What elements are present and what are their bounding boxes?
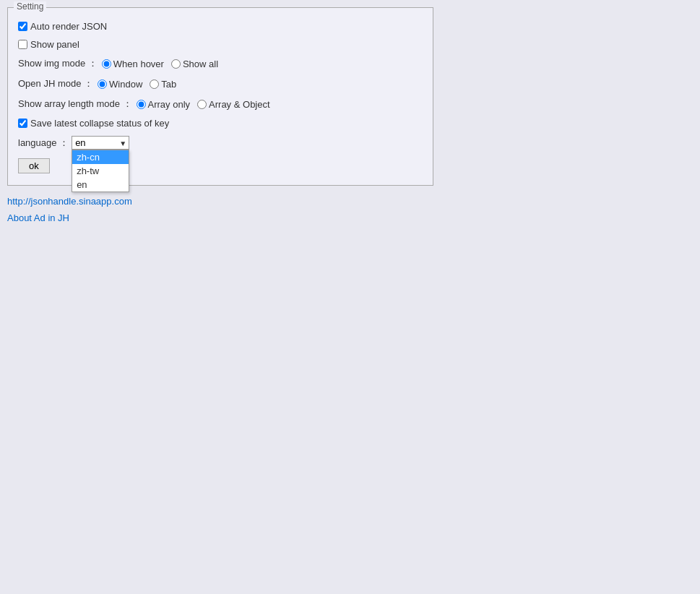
show-panel-label[interactable]: Show panel (18, 39, 79, 50)
save-collapse-row: Save latest collapse status of key (18, 118, 423, 129)
language-option-zh-tw[interactable]: zh-tw (72, 164, 129, 178)
show-all-radio[interactable] (171, 59, 181, 69)
setting-panel: Setting Auto render JSON Show panel Show… (7, 7, 433, 186)
auto-render-row: Auto render JSON (18, 21, 423, 32)
language-select-wrapper[interactable]: en ▼ zh-cn zh-tw en (72, 136, 129, 150)
site-link[interactable]: http://jsonhandle.sinaapp.com (7, 196, 132, 207)
show-panel-text: Show panel (30, 39, 79, 50)
show-all-label[interactable]: Show all (171, 59, 218, 69)
about-row: About Ad in JH (7, 212, 693, 223)
open-jh-mode-label: Open JH mode ： (18, 77, 93, 90)
language-select[interactable]: en (72, 136, 129, 150)
show-img-mode-row: Show img mode ： When hover Show all (18, 57, 423, 70)
language-row: language ： en ▼ zh-cn zh-tw en (18, 136, 423, 150)
site-link-row: http://jsonhandle.sinaapp.com (7, 196, 693, 207)
auto-render-text: Auto render JSON (30, 21, 107, 32)
array-only-radio[interactable] (137, 100, 146, 109)
ok-button[interactable]: ok (18, 158, 50, 173)
array-only-label[interactable]: Array only (137, 99, 191, 110)
when-hover-radio[interactable] (102, 59, 111, 69)
array-only-text: Array only (148, 99, 191, 110)
save-collapse-text: Save latest collapse status of key (30, 118, 169, 129)
tab-radio[interactable] (150, 79, 159, 89)
window-text: Window (109, 79, 142, 90)
save-collapse-label[interactable]: Save latest collapse status of key (18, 118, 169, 129)
language-label: language ： (18, 137, 69, 150)
window-radio[interactable] (98, 79, 107, 89)
array-object-radio[interactable] (197, 100, 207, 109)
about-link[interactable]: About Ad in JH (7, 212, 69, 223)
window-label[interactable]: Window (98, 79, 142, 90)
setting-legend: Setting (14, 1, 46, 12)
when-hover-label[interactable]: When hover (102, 59, 164, 69)
language-dropdown[interactable]: zh-cn zh-tw en (72, 150, 129, 192)
array-length-mode-row: Show array length mode ： Array only Arra… (18, 98, 423, 111)
array-object-label[interactable]: Array & Object (197, 99, 270, 110)
show-all-text: Show all (183, 59, 218, 69)
array-length-mode-label: Show array length mode ： (18, 98, 132, 111)
auto-render-label[interactable]: Auto render JSON (18, 21, 107, 32)
language-option-zh-cn[interactable]: zh-cn (72, 150, 129, 164)
array-length-mode-options: Array only Array & Object (137, 99, 270, 110)
auto-render-checkbox[interactable] (18, 22, 27, 31)
tab-text: Tab (161, 79, 176, 90)
when-hover-text: When hover (113, 59, 164, 69)
show-img-mode-options: When hover Show all (102, 59, 218, 69)
open-jh-mode-row: Open JH mode ： Window Tab (18, 77, 423, 90)
save-collapse-checkbox[interactable] (18, 119, 27, 128)
show-panel-row: Show panel (18, 39, 423, 50)
show-img-mode-label: Show img mode ： (18, 57, 98, 70)
language-option-en[interactable]: en (72, 178, 129, 191)
show-panel-checkbox[interactable] (18, 40, 27, 49)
tab-label[interactable]: Tab (150, 79, 176, 90)
array-object-text: Array & Object (209, 99, 270, 110)
open-jh-mode-options: Window Tab (98, 79, 176, 90)
